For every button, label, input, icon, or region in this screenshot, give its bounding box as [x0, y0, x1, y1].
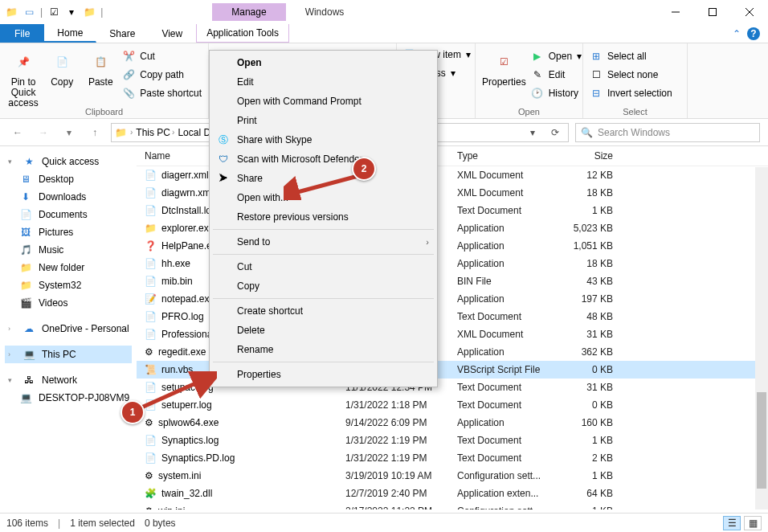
paste-button[interactable]: 📋 Paste — [84, 47, 117, 88]
application-tools-tab[interactable]: Application Tools — [196, 24, 289, 43]
file-row[interactable]: ⚙system.ini3/19/2019 10:19 AMConfigurati… — [137, 467, 768, 485]
nav-pictures[interactable]: 🖼Pictures — [5, 223, 132, 241]
minimize-button[interactable] — [657, 0, 694, 24]
view-icons-button[interactable]: ▦ — [744, 516, 762, 530]
qat-checkbox[interactable]: ☑ — [47, 6, 60, 18]
file-icon: 📄 — [145, 435, 157, 446]
file-row[interactable]: 📄Synaptics.log1/31/2022 1:19 PMText Docu… — [137, 432, 768, 449]
close-button[interactable] — [731, 0, 768, 24]
file-icon: 📝 — [145, 293, 157, 305]
ctx-rename[interactable]: Rename — [211, 340, 435, 359]
submenu-arrow-icon: › — [426, 237, 429, 247]
recent-locations-button[interactable]: ▾ — [59, 123, 79, 142]
file-type: Application exten... — [457, 488, 560, 499]
ctx-restore-versions[interactable]: Restore previous versions — [211, 207, 435, 227]
ribbon-group-label: Clipboard — [0, 107, 208, 117]
file-date: 3/19/2019 10:19 AM — [345, 470, 457, 481]
file-name: system.ini — [158, 470, 201, 481]
ctx-skype[interactable]: ⓈShare with Skype — [211, 130, 435, 149]
select-all-button[interactable]: ⊞Select all — [590, 48, 672, 64]
nav-new-folder[interactable]: 📁New folder — [5, 259, 132, 276]
help-icon[interactable]: ? — [747, 27, 760, 40]
file-row[interactable]: 📄setuperr.log1/31/2022 1:18 PMText Docum… — [137, 396, 768, 414]
context-tab-manage[interactable]: Manage — [212, 3, 285, 21]
address-dropdown[interactable]: ▾ — [523, 123, 542, 142]
scrollbar[interactable] — [755, 167, 768, 509]
column-size[interactable]: Size — [560, 150, 624, 162]
file-icon: 🧩 — [145, 488, 157, 499]
file-row[interactable]: 🧩twain_32.dll12/7/2019 2:40 PMApplicatio… — [137, 485, 768, 502]
ctx-defender[interactable]: 🛡Scan with Microsoft Defender... — [211, 149, 435, 169]
file-icon: 📄 — [145, 452, 157, 464]
nav-quick-access[interactable]: ▾★Quick access — [5, 153, 132, 170]
search-box[interactable]: 🔍 Search Windows — [575, 123, 760, 142]
file-date: 1/31/2022 1:19 PM — [345, 452, 457, 464]
edit-button[interactable]: ✎Edit — [531, 67, 582, 83]
copy-path-button[interactable]: 🔗Copy path — [122, 67, 202, 83]
context-menu: Open Edit Open with Command Prompt Print… — [209, 50, 438, 387]
nav-music[interactable]: 🎵Music — [5, 241, 132, 259]
view-tab[interactable]: View — [149, 24, 196, 43]
share-tab[interactable]: Share — [96, 24, 149, 43]
properties-button[interactable]: ☑ Properties — [482, 47, 526, 88]
file-tab[interactable]: File — [0, 24, 44, 43]
maximize-button[interactable] — [694, 0, 731, 24]
nav-documents[interactable]: 📄Documents — [5, 206, 132, 223]
file-icon: ⚙ — [145, 470, 153, 481]
file-name: mib.bin — [161, 276, 193, 287]
nav-onedrive[interactable]: ›☁OneDrive - Personal — [5, 320, 132, 338]
nav-network[interactable]: ▾🖧Network — [5, 371, 132, 389]
forward-button[interactable]: → — [34, 123, 53, 142]
file-icon: 📄 — [145, 399, 157, 411]
ctx-send-to[interactable]: Send to› — [211, 232, 435, 252]
share-icon: ⮞ — [216, 171, 231, 186]
file-row[interactable]: ⚙splwow64.exe9/14/2022 6:09 PMApplicatio… — [137, 414, 768, 432]
file-size: 18 KB — [560, 258, 624, 269]
view-details-button[interactable]: ☰ — [723, 516, 741, 530]
back-button[interactable]: ← — [8, 123, 27, 142]
select-none-button[interactable]: ☐Select none — [590, 67, 672, 83]
file-size: 0 KB — [560, 399, 624, 411]
file-row[interactable]: ⚙win.ini2/17/2022 11:22 PMConfiguration … — [137, 502, 768, 509]
nav-videos[interactable]: 🎬Videos — [5, 294, 132, 312]
breadcrumb[interactable]: This PC › — [136, 127, 174, 138]
nav-system32[interactable]: 📁System32 — [5, 276, 132, 294]
up-button[interactable]: ↑ — [85, 123, 104, 142]
ctx-print[interactable]: Print — [211, 111, 435, 130]
file-name: diagerr.xml — [161, 170, 209, 181]
history-button[interactable]: 🕑History — [531, 85, 582, 101]
paste-shortcut-button[interactable]: 📎Paste shortcut — [122, 85, 202, 101]
nav-downloads[interactable]: ⬇Downloads — [5, 188, 132, 206]
nav-host[interactable]: 💻DESKTOP-PJ08VM9 — [5, 389, 132, 407]
ctx-copy[interactable]: Copy — [211, 276, 435, 296]
refresh-button[interactable]: ⟳ — [545, 123, 565, 142]
column-type[interactable]: Type — [457, 150, 560, 162]
minimize-ribbon-chevron[interactable]: ⌃ — [733, 28, 741, 39]
ctx-share[interactable]: ⮞Share — [211, 169, 435, 188]
file-size: 18 KB — [560, 187, 624, 198]
qat-item[interactable]: ▭ — [22, 6, 35, 18]
cut-button[interactable]: ✂️Cut — [122, 48, 202, 64]
invert-selection-button[interactable]: ⊟Invert selection — [590, 85, 672, 101]
ctx-edit[interactable]: Edit — [211, 72, 435, 92]
nav-this-pc[interactable]: ›💻This PC — [5, 346, 132, 363]
copy-button[interactable]: 📄 Copy — [45, 47, 79, 88]
home-tab[interactable]: Home — [44, 24, 96, 43]
pin-quick-access-button[interactable]: 📌 Pin to Quick access — [6, 47, 40, 109]
qat-dropdown[interactable]: ▾ — [65, 6, 78, 18]
file-row[interactable]: 📄Synaptics.PD.log1/31/2022 1:19 PMText D… — [137, 449, 768, 467]
ctx-create-shortcut[interactable]: Create shortcut — [211, 301, 435, 321]
open-button[interactable]: ▶Open ▾ — [531, 48, 582, 64]
ctx-open[interactable]: Open — [211, 53, 435, 72]
ctx-properties[interactable]: Properties — [211, 365, 435, 384]
file-icon: 📄 — [145, 329, 157, 340]
ctx-open-with[interactable]: Open with... — [211, 188, 435, 207]
qat-separator: | — [100, 6, 103, 18]
navigation-pane[interactable]: ▾★Quick access 🖥Desktop ⬇Downloads 📄Docu… — [0, 146, 137, 509]
scroll-thumb[interactable] — [757, 392, 766, 489]
nav-desktop[interactable]: 🖥Desktop — [5, 170, 132, 188]
ctx-cut[interactable]: Cut — [211, 257, 435, 276]
ctx-command-prompt[interactable]: Open with Command Prompt — [211, 92, 435, 111]
svg-rect-1 — [709, 9, 717, 16]
ctx-delete[interactable]: Delete — [211, 321, 435, 340]
